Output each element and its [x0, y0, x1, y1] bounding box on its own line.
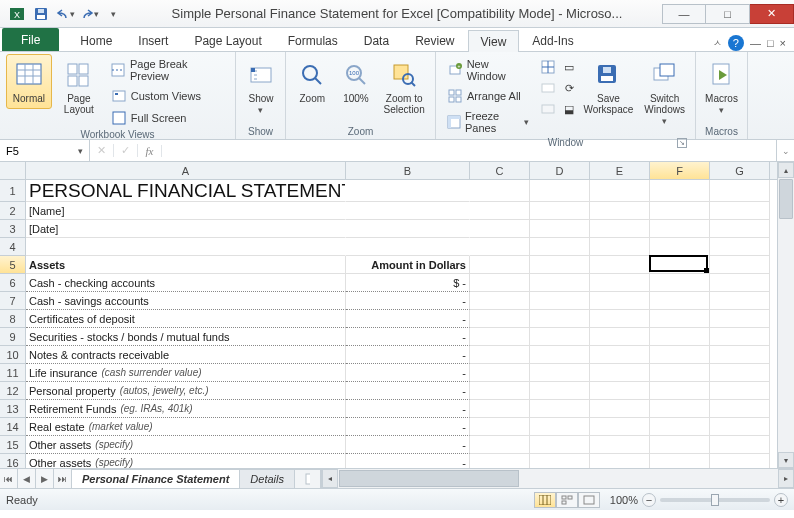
- hscroll-thumb[interactable]: [339, 470, 519, 487]
- row-header-10[interactable]: 10: [0, 346, 25, 364]
- cell-D6[interactable]: [530, 274, 590, 292]
- cell-A7[interactable]: Cash - savings accounts: [26, 292, 346, 310]
- insert-sheet-button[interactable]: [295, 469, 321, 488]
- status-page-layout-view[interactable]: [556, 492, 578, 508]
- col-header-G[interactable]: G: [710, 162, 770, 179]
- cell-D5[interactable]: [530, 256, 590, 274]
- cell-F12[interactable]: [650, 382, 710, 400]
- cell-F2[interactable]: [650, 202, 710, 220]
- cell-C10[interactable]: [470, 346, 530, 364]
- scroll-up-button[interactable]: ▴: [778, 162, 794, 178]
- new-window-button[interactable]: +New Window: [442, 56, 534, 84]
- zoom-level[interactable]: 100%: [610, 494, 638, 506]
- mdi-restore[interactable]: □: [767, 37, 774, 49]
- cell-A15[interactable]: Other assets (specify): [26, 436, 346, 454]
- name-box[interactable]: F5▾: [0, 140, 90, 161]
- cell-B6[interactable]: $ -: [346, 274, 470, 292]
- cancel-fx-button[interactable]: ✕: [90, 144, 114, 157]
- cell-D3[interactable]: [530, 220, 590, 238]
- row-header-9[interactable]: 9: [0, 328, 25, 346]
- cell-B13[interactable]: -: [346, 400, 470, 418]
- cell-A1[interactable]: PERSONAL FINANCIAL STATEMENT: [26, 180, 346, 202]
- col-header-C[interactable]: C: [470, 162, 530, 179]
- col-header-B[interactable]: B: [346, 162, 470, 179]
- row-header-3[interactable]: 3: [0, 220, 25, 238]
- select-all-corner[interactable]: [0, 162, 26, 180]
- vertical-scrollbar[interactable]: ▴ ▾: [777, 162, 794, 468]
- cell-C12[interactable]: [470, 382, 530, 400]
- close-button[interactable]: ✕: [750, 4, 794, 24]
- tab-file[interactable]: File: [2, 28, 59, 51]
- cell-F14[interactable]: [650, 418, 710, 436]
- cell-A3[interactable]: [Date]: [26, 220, 346, 238]
- cell-E7[interactable]: [590, 292, 650, 310]
- cell-F9[interactable]: [650, 328, 710, 346]
- cell-F8[interactable]: [650, 310, 710, 328]
- enter-fx-button[interactable]: ✓: [114, 144, 138, 157]
- save-icon[interactable]: [30, 3, 52, 25]
- cell-G3[interactable]: [710, 220, 770, 238]
- cell-E1[interactable]: [590, 180, 650, 202]
- cell-G7[interactable]: [710, 292, 770, 310]
- sheet-nav-last[interactable]: ⏭: [54, 469, 72, 488]
- tab-data[interactable]: Data: [351, 29, 402, 51]
- cell-B10[interactable]: -: [346, 346, 470, 364]
- tab-review[interactable]: Review: [402, 29, 467, 51]
- cell-D8[interactable]: [530, 310, 590, 328]
- cell-E13[interactable]: [590, 400, 650, 418]
- col-header-F[interactable]: F: [650, 162, 710, 179]
- mdi-minimize[interactable]: —: [750, 37, 761, 49]
- cell-B1[interactable]: [346, 180, 470, 202]
- unhide-button[interactable]: [538, 99, 558, 119]
- sheet-nav-next[interactable]: ▶: [36, 469, 54, 488]
- vscroll-thumb[interactable]: [779, 179, 793, 219]
- cell-E5[interactable]: [590, 256, 650, 274]
- cell-A4[interactable]: [26, 238, 346, 256]
- cell-A2[interactable]: [Name]: [26, 202, 346, 220]
- cell-F11[interactable]: [650, 364, 710, 382]
- sheet-nav-first[interactable]: ⏮: [0, 469, 18, 488]
- cell-E15[interactable]: [590, 436, 650, 454]
- cell-F5[interactable]: [650, 256, 710, 274]
- cell-C8[interactable]: [470, 310, 530, 328]
- cell-E6[interactable]: [590, 274, 650, 292]
- cell-C6[interactable]: [470, 274, 530, 292]
- cell-G5[interactable]: [710, 256, 770, 274]
- status-normal-view[interactable]: [534, 492, 556, 508]
- row-header-12[interactable]: 12: [0, 382, 25, 400]
- cell-B8[interactable]: -: [346, 310, 470, 328]
- switch-windows-button[interactable]: Switch Windows ▾: [640, 54, 689, 131]
- minimize-button[interactable]: —: [662, 4, 706, 24]
- macros-button[interactable]: Macros▾: [702, 54, 741, 120]
- cell-F7[interactable]: [650, 292, 710, 310]
- col-header-D[interactable]: D: [530, 162, 590, 179]
- horizontal-scrollbar[interactable]: ◂ ▸: [321, 469, 794, 488]
- cell-G4[interactable]: [710, 238, 770, 256]
- tab-page-layout[interactable]: Page Layout: [181, 29, 274, 51]
- cell-C16[interactable]: [470, 454, 530, 468]
- cell-F1[interactable]: [650, 180, 710, 202]
- zoom-slider[interactable]: [660, 498, 770, 502]
- insert-function-button[interactable]: fx: [138, 145, 162, 157]
- cell-F6[interactable]: [650, 274, 710, 292]
- sheet-nav-prev[interactable]: ◀: [18, 469, 36, 488]
- scroll-down-button[interactable]: ▾: [778, 452, 794, 468]
- cell-E2[interactable]: [590, 202, 650, 220]
- scroll-left-button[interactable]: ◂: [322, 469, 338, 488]
- zoom-slider-handle[interactable]: [711, 494, 719, 506]
- name-box-dropdown-icon[interactable]: ▾: [78, 146, 83, 156]
- view-side-button[interactable]: ▭: [562, 57, 576, 77]
- cell-E4[interactable]: [590, 238, 650, 256]
- minimize-ribbon-icon[interactable]: ㅅ: [713, 37, 722, 50]
- cell-D15[interactable]: [530, 436, 590, 454]
- cell-C1[interactable]: [470, 180, 530, 202]
- cell-D4[interactable]: [530, 238, 590, 256]
- cell-C14[interactable]: [470, 418, 530, 436]
- cell-E14[interactable]: [590, 418, 650, 436]
- sync-scroll-button[interactable]: ⟳: [562, 78, 576, 98]
- zoom-button[interactable]: Zoom: [292, 54, 333, 109]
- split-button[interactable]: [538, 57, 558, 77]
- cell-B9[interactable]: -: [346, 328, 470, 346]
- cell-B5[interactable]: Amount in Dollars: [346, 256, 470, 274]
- cell-C4[interactable]: [470, 238, 530, 256]
